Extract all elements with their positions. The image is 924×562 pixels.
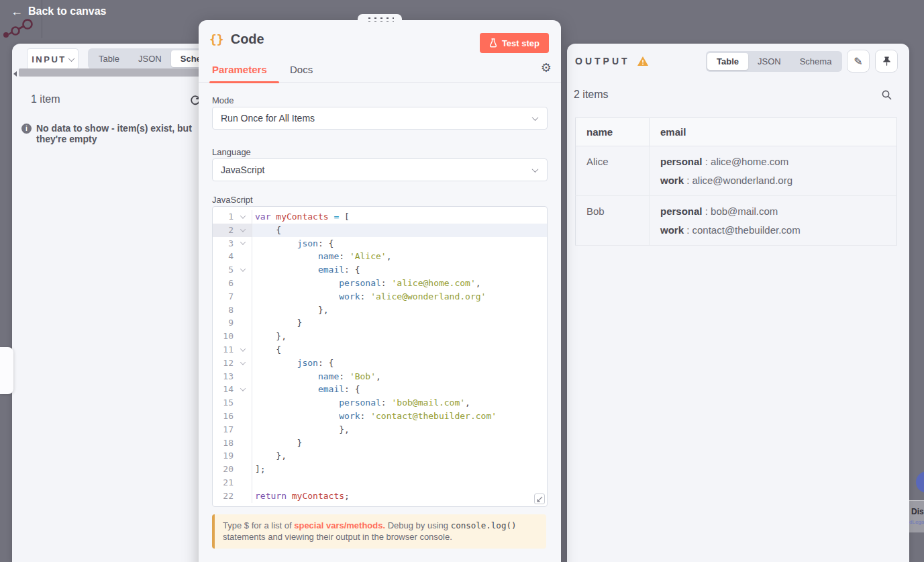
fold-chevron-icon[interactable] [240,386,246,391]
editor-gutter: 13 [213,370,252,383]
line-number: 8 [213,303,237,317]
code-line-22[interactable]: 22return myContacts; [213,489,547,503]
pin-data-button[interactable] [875,50,898,73]
code-line-9[interactable]: 9 } [213,316,547,330]
input-tab-json[interactable]: JSON [129,50,171,67]
code-line-7[interactable]: 7 work: 'alice@wonderland.org' [213,290,547,303]
code-line-text: json: { [252,237,547,250]
output-tab-json[interactable]: JSON [748,53,790,70]
output-tab-table[interactable]: Table [707,53,748,70]
modal-drag-handle[interactable] [358,14,402,26]
code-line-text: email: { [252,263,547,277]
scroll-left-arrow[interactable] [13,71,17,77]
line-number: 10 [213,330,237,343]
code-line-11[interactable]: 11 { [213,343,547,357]
code-line-3[interactable]: 3 json: { [213,237,547,250]
fold-chevron-icon[interactable] [240,213,246,218]
cell-email: personal : alice@home.comwork : alice@wo… [650,146,897,196]
editor-gutter: 3 [213,237,252,250]
code-line-15[interactable]: 15 personal: 'bob@mail.com', [213,396,547,410]
search-icon[interactable] [881,89,892,101]
table-row: Alicepersonal : alice@home.comwork : ali… [576,146,897,196]
input-items-count: 1 item [31,93,60,105]
code-line-19[interactable]: 19 }, [213,449,547,463]
notice-text: Type $ for a list of [223,520,294,530]
editor-gutter: 14 [213,383,252,396]
code-line-text: } [252,316,547,330]
special-vars-link[interactable]: special vars/methods. [294,520,385,530]
code-line-text: }, [252,303,547,317]
collapsed-panel-handle[interactable] [0,347,13,394]
code-line-text [252,476,547,489]
code-line-2[interactable]: 2 { [213,224,547,237]
code-line-8[interactable]: 8 }, [213,303,547,317]
editor-gutter: 9 [213,316,252,330]
input-tab-table[interactable]: Table [89,50,129,67]
output-panel-title: OUTPUT [575,56,630,66]
code-line-text: var myContacts = [ [252,210,547,224]
output-view-tabs: TableJSONSchema [706,51,842,72]
fold-chevron-icon[interactable] [240,346,246,351]
line-number: 20 [213,463,237,476]
modal-title: Code [231,32,264,47]
editor-gutter: 16 [213,410,252,423]
editor-gutter: 19 [213,449,252,463]
code-line-20[interactable]: 20]; [213,463,547,476]
console-log-code: console.log() [451,520,517,530]
mode-value: Run Once for All Items [221,113,315,124]
code-line-text: work: 'alice@wonderland.org' [252,290,547,303]
code-line-text: personal: 'bob@mail.com', [252,396,547,410]
editor-gutter: 20 [213,463,252,476]
line-number: 16 [213,410,237,423]
code-node-icon: {} [209,32,224,46]
pencil-icon: ✎ [854,55,862,68]
code-line-5[interactable]: 5 email: { [213,263,547,277]
tab-docs[interactable]: Docs [290,64,313,75]
fold-chevron-icon[interactable] [240,359,246,365]
mode-label: Mode [212,95,234,105]
notice-text: Debug by using [385,520,451,530]
code-line-1[interactable]: 1var myContacts = [ [213,210,547,224]
code-line-text: ]; [252,463,547,476]
test-step-button[interactable]: Test step [480,33,549,53]
code-line-12[interactable]: 12 json: { [213,357,547,370]
code-line-text: { [252,343,547,357]
edit-output-button[interactable]: ✎ [847,50,870,73]
fold-chevron-icon[interactable] [240,240,246,245]
code-line-text: name: 'Bob', [252,370,547,383]
code-editor[interactable]: 1var myContacts = [2 {3 json: {4 name: '… [212,206,548,507]
code-line-21[interactable]: 21 [213,476,547,489]
line-number: 18 [213,436,237,450]
code-line-17[interactable]: 17 }, [213,423,547,436]
dimmed-canvas-strip: Dis dLega [909,0,924,562]
line-number: 6 [213,277,237,290]
back-to-canvas-link[interactable]: ← Back to canvas [11,5,107,17]
gear-icon[interactable]: ⚙ [541,62,552,74]
chevron-down-icon [532,114,539,121]
code-line-text: }, [252,330,547,343]
line-number: 14 [213,383,237,396]
code-line-13[interactable]: 13 name: 'Bob', [213,370,547,383]
fold-chevron-icon[interactable] [240,266,246,271]
code-line-14[interactable]: 14 email: { [213,383,547,396]
tab-parameters[interactable]: Parameters [212,64,267,75]
input-node-select[interactable]: INPUT [27,48,79,70]
code-line-16[interactable]: 16 work: 'contact@thebuilder.com' [213,410,547,423]
code-line-text: }, [252,423,547,436]
code-line-6[interactable]: 6 personal: 'alice@home.com', [213,277,547,290]
line-number: 22 [213,489,237,503]
notice-text: statements and viewing their output in t… [223,532,452,542]
code-line-10[interactable]: 10 }, [213,330,547,343]
fold-chevron-icon[interactable] [240,226,246,232]
language-select[interactable]: JavaScript [212,158,548,181]
code-line-4[interactable]: 4 name: 'Alice', [213,250,547,263]
chevron-down-icon [532,166,539,173]
editor-resize-handle[interactable] [534,494,545,504]
info-icon: i [21,124,32,134]
output-tab-schema[interactable]: Schema [790,53,841,70]
line-number: 15 [213,396,237,410]
code-line-18[interactable]: 18 } [213,436,547,450]
mode-select[interactable]: Run Once for All Items [212,107,548,130]
line-number: 11 [213,343,237,357]
editor-gutter: 2 [213,224,252,237]
